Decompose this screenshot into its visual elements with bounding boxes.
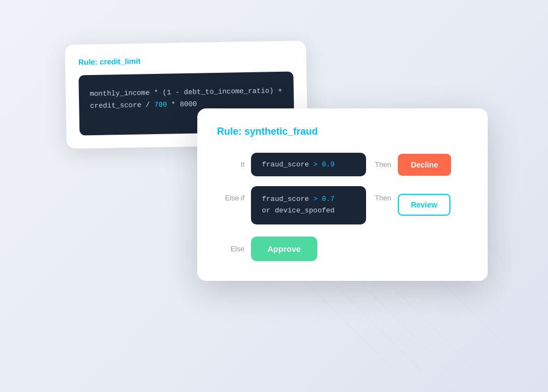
keyword-else: Else [217, 245, 244, 253]
code-line1: monthly_income * (1 - debt_to_income_rat… [90, 87, 282, 98]
condition-operator-high: > 0.9 [313, 160, 335, 169]
decline-button[interactable]: Decline [398, 154, 452, 176]
condition-line1: fraud_score > 0.7 [262, 194, 355, 205]
review-button[interactable]: Review [398, 194, 450, 216]
scene: Rule: credit_limit monthly_income * (1 -… [66, 43, 482, 349]
then-label-1: Then [375, 160, 391, 169]
approve-button[interactable]: Approve [251, 237, 317, 261]
condition-operator-low: > 0.7 [313, 195, 335, 203]
then-label-2: Then [375, 194, 391, 202]
keyword-else-if: Else if [217, 194, 244, 202]
credit-limit-title: Rule: credit_limit [78, 54, 293, 67]
rule-rows: If fraud_score > 0.9 Then Decline Else i… [217, 153, 468, 261]
rule-row-else-if: Else if fraud_score > 0.7 or device_spoo… [217, 186, 468, 224]
rule-row-else: Else Approve [217, 237, 468, 261]
condition-fraud-score-low: fraud_score > 0.7 or device_spoofed [251, 186, 366, 224]
synthetic-fraud-card: Rule: synthetic_fraud If fraud_score > 0… [197, 108, 488, 281]
rule-row-if: If fraud_score > 0.9 Then Decline [217, 153, 468, 176]
code-cyan-700: 700 [154, 101, 167, 109]
rule-name-credit: credit_limit [100, 56, 141, 66]
rule-label-front-static: Rule: [217, 126, 242, 137]
condition-fraud-score-high: fraud_score > 0.9 [251, 153, 366, 176]
code-line2: credit_score / 700 * 8000 [90, 100, 197, 110]
synthetic-fraud-title: Rule: synthetic_fraud [217, 126, 468, 137]
keyword-if: If [217, 160, 244, 169]
rule-label-static: Rule: [78, 57, 98, 67]
condition-line2: or device_spoofed [262, 205, 355, 217]
rule-name-synthetic: synthetic_fraud [244, 126, 318, 137]
